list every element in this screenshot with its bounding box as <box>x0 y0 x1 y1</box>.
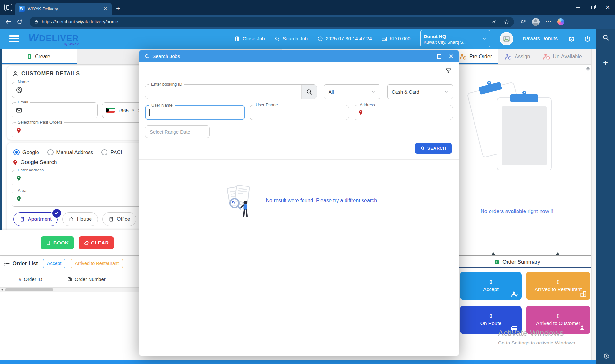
column-order-id[interactable]: # Order ID <box>19 277 42 282</box>
search-icon <box>421 146 425 151</box>
column-order-number[interactable]: Order Number <box>67 277 106 282</box>
filter-arrived-restaurant-button[interactable]: Arrived to Restaurant <box>71 259 123 268</box>
back-icon[interactable] <box>5 19 12 25</box>
search-submit-button[interactable]: SEARCH <box>415 143 452 154</box>
sidebar-settings-gear-icon[interactable] <box>596 352 615 360</box>
building-type-house[interactable]: House <box>62 212 98 226</box>
apartment-icon <box>20 217 25 222</box>
list-icon <box>4 261 10 267</box>
mail-icon <box>16 107 22 114</box>
panel-scroll-arrows[interactable] <box>586 67 590 76</box>
lock-icon <box>34 20 38 24</box>
radio-manual-address[interactable]: Manual Address <box>47 149 93 155</box>
orders-panel: Pre Order Assign Un-Available No orders … <box>443 49 591 360</box>
app-footer-bar <box>0 360 596 364</box>
date-range-input[interactable]: Select Range Date <box>145 125 210 138</box>
tab-un-available[interactable]: Un-Available <box>536 49 588 64</box>
password-key-icon[interactable] <box>492 19 497 25</box>
splitter-handle[interactable] <box>491 252 495 255</box>
chevron-down-icon <box>444 89 448 94</box>
tab-assign[interactable]: Assign <box>498 49 536 64</box>
payment-filter-select[interactable]: Cash & Card <box>387 84 453 99</box>
modal-close-icon[interactable]: ✕ <box>448 54 454 60</box>
modal-maximize-icon[interactable] <box>437 54 441 59</box>
app-header: WDELIVER By WIYAK Close Job Search Job 2… <box>0 29 615 49</box>
restore-button[interactable] <box>585 0 600 15</box>
favorites-bar-icon[interactable] <box>520 19 526 25</box>
app-logo: WDELIVER By WIYAK <box>28 31 79 46</box>
search-icon <box>275 36 280 42</box>
building-type-office[interactable]: Office <box>102 212 136 226</box>
email-field[interactable]: Email <box>12 102 98 118</box>
modal-titlebar[interactable]: Search Jobs ✕ <box>139 50 459 62</box>
close-job-button[interactable]: Close Job <box>235 36 265 42</box>
booking-search-button[interactable] <box>301 85 317 99</box>
copilot-icon[interactable] <box>557 18 564 25</box>
house-icon <box>68 216 74 222</box>
left-edge-strip <box>0 49 2 230</box>
activate-windows-watermark: Activate Windows Go to Settings to activ… <box>498 328 577 346</box>
minimize-button[interactable] <box>571 0 585 15</box>
tab-close-icon[interactable]: ✕ <box>102 6 108 12</box>
hash-icon: # <box>19 277 21 282</box>
settings-gear-icon[interactable] <box>567 35 575 43</box>
door-icon <box>235 36 240 42</box>
merchant-name: Nawafs Donuts <box>523 36 558 42</box>
search-job-button[interactable]: Search Job <box>275 36 308 42</box>
bookmark-star-icon[interactable] <box>504 19 509 25</box>
eraser-icon <box>84 240 89 245</box>
radio-google[interactable]: Google <box>13 149 39 155</box>
splitter-handle[interactable] <box>556 252 559 255</box>
radio-paci[interactable]: PACI <box>101 149 122 155</box>
clear-button[interactable]: CLEAR <box>79 236 114 249</box>
order-summary-title: Order Summary <box>502 259 540 265</box>
merchant-avatar[interactable] <box>500 32 513 46</box>
browser-tab[interactable]: W WIYAK Delivery ✕ <box>15 3 112 15</box>
tile-accept[interactable]: 0 Accept <box>460 272 522 300</box>
edge-sidebar-rail: + <box>596 29 615 364</box>
sidebar-search-icon[interactable] <box>602 34 609 41</box>
branch-location: Kuwait City, Sharq S... <box>424 40 480 45</box>
browser-profile-avatar[interactable] <box>532 18 540 26</box>
book-button[interactable]: BOOK <box>41 236 74 249</box>
address-field[interactable]: Address <box>354 105 453 120</box>
building-type-apartment[interactable]: Apartment <box>13 212 58 226</box>
window-controls: ✕ <box>571 0 615 15</box>
phone-country-code[interactable]: +965 <box>118 108 129 113</box>
vertical-scrollbar[interactable] <box>591 49 596 360</box>
browser-tab-bar: W WIYAK Delivery ✕ + ✕ <box>0 0 615 15</box>
power-icon[interactable] <box>584 36 591 42</box>
url-bar[interactable]: https://merchant.wiyak.delivery/home <box>30 17 514 27</box>
user-name-field[interactable]: User Name <box>145 105 245 120</box>
text-cursor <box>149 109 150 116</box>
chevron-down-icon <box>482 37 487 41</box>
user-phone-field[interactable]: User Phone <box>250 105 349 120</box>
map-pin-icon <box>16 175 22 181</box>
filter-funnel-icon[interactable] <box>445 67 452 74</box>
sidebar-add-icon[interactable]: + <box>603 58 608 68</box>
chevron-down-icon: ▼ <box>132 109 135 112</box>
chevron-down-icon <box>371 89 376 94</box>
menu-hamburger-icon[interactable] <box>9 35 19 42</box>
status-filter-select[interactable]: All <box>324 84 380 99</box>
booking-id-field[interactable]: Enter booking ID <box>145 84 317 99</box>
new-tab-button[interactable]: + <box>116 4 120 13</box>
close-window-button[interactable]: ✕ <box>600 0 615 15</box>
create-doc-icon <box>27 54 32 59</box>
map-pin-icon <box>16 196 22 202</box>
browser-menu-icon[interactable]: ⋯ <box>545 18 551 25</box>
person-clock-icon <box>543 53 550 60</box>
filter-accept-button[interactable]: Accept <box>43 259 65 268</box>
scroll-left-arrow[interactable] <box>0 288 4 292</box>
person-check-icon <box>511 290 518 298</box>
scrollbar-thumb[interactable] <box>5 288 53 291</box>
refresh-icon[interactable] <box>17 19 22 25</box>
search-icon <box>144 54 149 59</box>
summary-table-icon <box>494 259 500 265</box>
tile-arrived-restaurant[interactable]: 0 Arrived to Restaurant <box>526 272 590 300</box>
office-icon <box>108 217 114 222</box>
url-text: https://merchant.wiyak.delivery/home <box>42 19 485 24</box>
tab-actions-icon[interactable] <box>4 4 12 11</box>
branch-selector[interactable]: Donut HQ Kuwait City, Sharq S... <box>420 30 490 47</box>
tab-create[interactable]: Create <box>0 49 77 64</box>
